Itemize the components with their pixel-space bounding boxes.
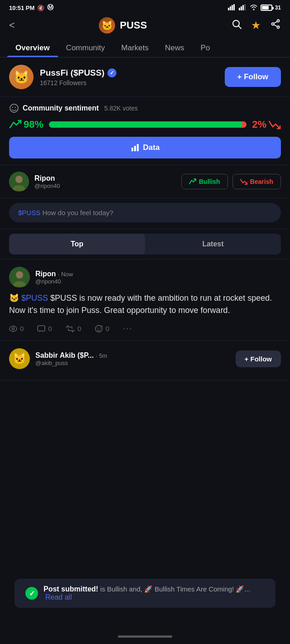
post1-section: Ripon · Now @ripon40 🐱 $PUSS $PUSS is no…	[0, 260, 290, 341]
svg-rect-3	[233, 4, 235, 10]
svg-point-17	[12, 107, 13, 108]
toast-check-icon: ✓	[25, 587, 38, 600]
signal2-icon	[239, 4, 247, 12]
svg-rect-4	[239, 8, 240, 10]
sentiment-header: Community sentiment 5.82K votes	[9, 103, 281, 113]
svg-rect-7	[244, 4, 246, 10]
tab-markets[interactable]: Markets	[113, 39, 157, 57]
post1-body: 🐱 $PUSS $PUSS is now ready with the ambi…	[9, 292, 281, 317]
sentiment-up: 98%	[9, 119, 44, 130]
comment-placeholder: How do you feel today?	[42, 209, 113, 216]
svg-point-25	[16, 271, 23, 279]
bullish-button[interactable]: Bullish	[181, 174, 228, 189]
tabs-row: Overview Community Markets News Po	[0, 39, 290, 58]
profile-name: PussFi ($PUSS) ✓	[40, 68, 116, 78]
svg-point-30	[97, 327, 98, 328]
comment-prefix: $PUSS	[18, 209, 40, 216]
toast-message: Post submitted!	[44, 585, 98, 593]
comment-input-section: $PUSS How do you feel today?	[0, 198, 290, 229]
svg-rect-20	[134, 146, 136, 151]
favorite-button[interactable]: ★	[251, 19, 261, 32]
toggle-latest-button[interactable]: Latest	[145, 234, 281, 255]
top-nav: < 🐱 PUSS ★	[0, 14, 290, 39]
post2-time: · 5m	[96, 352, 107, 359]
post1-handle: @ripon40	[35, 278, 73, 285]
coin-title: PUSS	[120, 19, 147, 31]
comment-input-field[interactable]: $PUSS How do you feel today?	[9, 203, 281, 222]
post1-reactions[interactable]: 0	[95, 325, 109, 333]
vote-username: Ripon	[34, 174, 60, 183]
toast-preview: is Bullish and, 🚀 Bullish Times Are Comi…	[100, 585, 250, 593]
wifi-icon	[250, 4, 258, 12]
mute-icon: 🔇	[37, 5, 44, 11]
vote-avatar	[9, 172, 29, 192]
sentiment-bar	[49, 121, 246, 128]
profile-row: 🐱 PussFi ($PUSS) ✓ 16712 Followers + Fol…	[0, 58, 290, 97]
post1-username: Ripon	[35, 270, 56, 278]
vote-section: Ripon @ripon40 Bullish Bearish	[0, 165, 290, 198]
sentiment-section: Community sentiment 5.82K votes 98% 2%	[0, 97, 290, 165]
svg-point-23	[15, 176, 23, 183]
svg-point-27	[12, 327, 14, 330]
sentiment-label: Community sentiment	[23, 104, 99, 112]
post2-username: Sabbir Akib ($P...	[35, 351, 94, 359]
svg-line-15	[274, 25, 277, 27]
svg-rect-19	[131, 148, 133, 151]
sentiment-votes: 5.82K votes	[104, 105, 138, 112]
svg-point-13	[272, 23, 274, 25]
post1-text: $PUSS is now ready with the ambition to …	[9, 293, 272, 315]
verified-badge: ✓	[107, 68, 116, 77]
share-button[interactable]	[270, 19, 281, 32]
svg-point-11	[277, 20, 280, 22]
toggle-section: Top Latest	[0, 229, 290, 260]
tab-community[interactable]: Community	[58, 39, 113, 57]
time-display: 10:51 PM	[9, 5, 34, 11]
svg-line-14	[274, 22, 277, 24]
svg-line-10	[239, 26, 242, 29]
follow-button[interactable]: + Follow	[225, 67, 281, 87]
post2-avatar: 🐱	[9, 348, 30, 369]
status-bar: 10:51 PM 🔇 Ⓜ	[0, 0, 290, 14]
sentiment-bar-fill	[49, 121, 242, 128]
toast-read-all[interactable]: Read all	[45, 593, 72, 601]
svg-point-31	[100, 327, 101, 328]
post2-handle: @akib_puss	[35, 360, 107, 366]
sentiment-icon	[9, 103, 19, 113]
post1-actions: 0 0 0 0 ···	[9, 324, 281, 333]
svg-point-18	[15, 107, 16, 108]
bearish-button[interactable]: Bearish	[232, 174, 281, 189]
post1-emoji: 🐱	[9, 293, 21, 303]
svg-rect-6	[242, 5, 244, 10]
toast-notification: ✓ Post submitted! is Bullish and, 🚀 Bull…	[14, 579, 276, 608]
home-indicator	[118, 635, 172, 638]
back-button[interactable]: <	[9, 19, 15, 31]
signal-icon	[228, 4, 236, 12]
svg-rect-2	[232, 5, 233, 10]
post2-follow-button[interactable]: + Follow	[236, 351, 281, 367]
search-button[interactable]	[231, 19, 242, 32]
svg-rect-1	[230, 6, 231, 10]
tab-news[interactable]: News	[157, 39, 193, 57]
coin-avatar: 🐱	[99, 17, 115, 34]
battery-level: 31	[275, 5, 281, 11]
svg-point-12	[277, 26, 280, 29]
post1-retweets[interactable]: 0	[66, 325, 81, 332]
post1-views[interactable]: 0	[9, 325, 24, 332]
post1-link[interactable]: $PUSS	[21, 293, 48, 303]
svg-rect-0	[228, 8, 229, 10]
profile-avatar: 🐱	[9, 65, 34, 89]
svg-rect-5	[241, 6, 242, 10]
tab-overview[interactable]: Overview	[7, 39, 58, 57]
app-icon: Ⓜ	[47, 4, 53, 12]
svg-rect-28	[38, 326, 45, 331]
post1-more[interactable]: ···	[123, 324, 132, 333]
tab-po[interactable]: Po	[193, 39, 218, 57]
sentiment-bar-row: 98% 2%	[9, 119, 281, 130]
post1-comments[interactable]: 0	[37, 325, 52, 332]
toggle-top-button[interactable]: Top	[9, 234, 145, 255]
post1-time: · Now	[58, 271, 73, 278]
profile-followers: 16712 Followers	[40, 79, 116, 87]
data-button[interactable]: Data	[9, 137, 281, 159]
sentiment-down: 2%	[252, 119, 281, 130]
battery-icon	[261, 5, 272, 11]
